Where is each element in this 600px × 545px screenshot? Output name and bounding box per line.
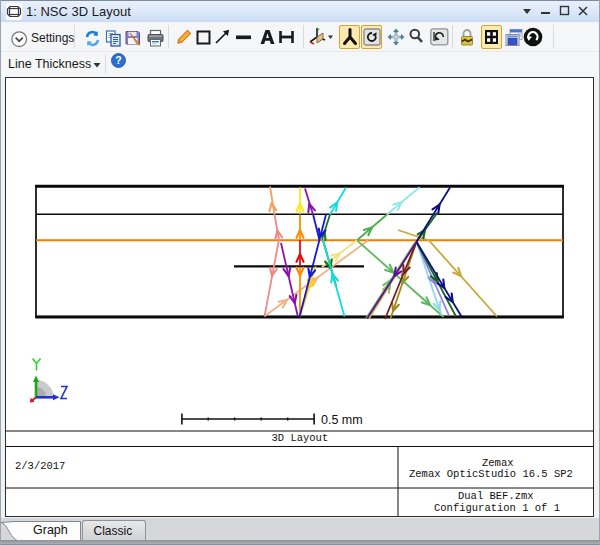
svg-text:0.5 mm: 0.5 mm [321, 413, 363, 427]
